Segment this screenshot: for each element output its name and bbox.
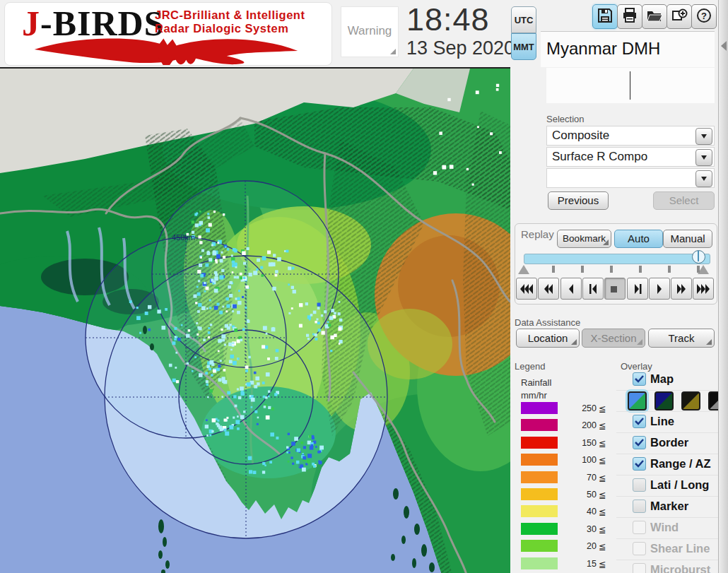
chevron-down-icon[interactable] [695,170,712,187]
jbirds-logo: J-BIRDS JRC-Brilliant & Intelligent Rada… [4,2,332,66]
slider-tick [639,266,642,273]
replay-slider-track[interactable] [524,254,710,264]
overlay-row-lati-long: Lati / Long [616,475,718,496]
legend-value: 30 [560,524,597,534]
legend-color-swatch [521,488,558,500]
fast-forward-3-button[interactable] [693,278,714,300]
fast-rewind-3-button[interactable] [516,278,537,300]
legend-value: 250 [560,403,597,413]
status-display-box[interactable] [546,68,715,103]
range-ring-label: 450km [172,233,195,242]
previous-button[interactable]: Previous [548,191,609,210]
legend-suffix: ≦ [599,403,606,414]
warning-selector[interactable]: Warning [341,6,399,57]
shear-line-checkbox [633,542,646,555]
legend-suffix: ≦ [599,473,606,483]
print-button[interactable] [617,4,642,29]
overlay-row-line: Line [616,411,718,432]
station-name: Myanmar DMH [546,39,660,59]
overlay-item-label: Wind [650,521,679,534]
legend-value: 200 [560,420,597,430]
stop-button[interactable] [604,278,626,300]
overlay-row-shear-line: Shear Line [616,538,718,560]
overlay-list: MapLineBorderRange / AZLati / LongMarker… [616,370,718,573]
overlay-row-wind: Wind [616,517,718,538]
lati-long-checkbox[interactable] [633,478,646,492]
step-back-button[interactable] [582,278,604,300]
xsection-button[interactable]: X-Section [582,329,645,348]
step-back-icon [586,284,600,294]
legend-color-swatch [521,437,558,449]
slider-tick [697,266,700,273]
fast-rewind-button[interactable] [538,278,559,300]
fast-forward-button[interactable] [671,278,692,300]
play-button[interactable] [649,278,670,300]
product-dropdown[interactable]: Surface R Compo [546,147,715,167]
replay-slider-handle[interactable] [692,250,705,264]
category-dropdown-value: Composite [552,129,609,143]
option-dropdown[interactable] [546,168,715,188]
overlay-item-label: Map [650,372,674,386]
legend-color-swatch [521,402,558,414]
add-image-button[interactable] [667,4,692,29]
line-checkbox[interactable] [633,415,646,428]
help-button[interactable]: ? [691,4,717,29]
legend-label: Legend [515,361,545,372]
range-az-checkbox[interactable] [633,457,646,471]
panel-collapse-strip[interactable] [718,0,728,573]
bookmark-button[interactable]: Bookmark [557,230,611,248]
play-icon [652,284,667,294]
overlay-item-label: Line [650,415,674,428]
selection-label: Selection [546,114,584,124]
overlay-item-label: Border [650,436,688,449]
svg-text:?: ? [701,11,707,21]
product-dropdown-value: Surface R Compo [552,150,647,164]
slider-tick [552,266,555,273]
mmt-button[interactable]: MMT [511,33,536,60]
manual-button[interactable]: Manual [663,230,712,248]
border-checkbox[interactable] [633,436,646,449]
marker-checkbox[interactable] [633,500,646,513]
slider-start-marker[interactable] [518,265,529,274]
map-style-dark-blue-button[interactable] [654,391,674,410]
overlay-item-label: Marker [650,500,688,513]
auto-button[interactable]: Auto [614,230,663,248]
fast-forward-icon [674,284,688,294]
step-forward-button[interactable] [627,278,648,300]
utc-button[interactable]: UTC [511,6,536,33]
map-style-color-button[interactable] [628,391,647,410]
fast-rewind-icon [541,284,556,294]
legend-suffix: ≦ [599,490,606,500]
select-button[interactable]: Select [653,191,715,210]
legend-color-swatch [521,505,558,517]
legend-color-swatch [521,523,558,535]
chevron-down-icon[interactable] [695,149,712,166]
radar-map[interactable]: 450km [0,67,510,573]
jbirds-app: J-BIRDS JRC-Brilliant & Intelligent Rada… [0,0,728,573]
fast-rewind-3-icon [519,284,534,294]
open-folder-button[interactable] [642,4,667,29]
add-image-icon [671,8,688,26]
replay-group: Replay Bookmark Auto Manual [515,223,717,305]
overlay-item-label: Microburst [650,563,710,573]
legend-suffix: ≦ [599,507,606,517]
map-checkbox[interactable] [633,372,646,386]
legend-value: 50 [560,490,597,500]
track-button[interactable]: Track [648,329,715,348]
corner-menu-icon [571,339,577,345]
text-caret [630,71,630,100]
legend-suffix: ≦ [599,541,606,552]
legend-value: 40 [560,507,597,516]
slider-tick [610,266,613,273]
overlay-item-label: Range / AZ [650,457,711,471]
overlay-row-marker: Marker [616,496,718,517]
stop-icon [608,284,622,294]
map-style-olive-button[interactable] [681,391,700,410]
category-dropdown[interactable]: Composite [546,126,715,146]
location-button[interactable]: Location [516,329,580,348]
chevron-down-icon[interactable] [695,128,712,145]
save-button[interactable] [592,4,618,29]
legend-color-swatch [521,540,558,552]
wind-checkbox [633,521,646,534]
rewind-button[interactable] [560,278,582,300]
